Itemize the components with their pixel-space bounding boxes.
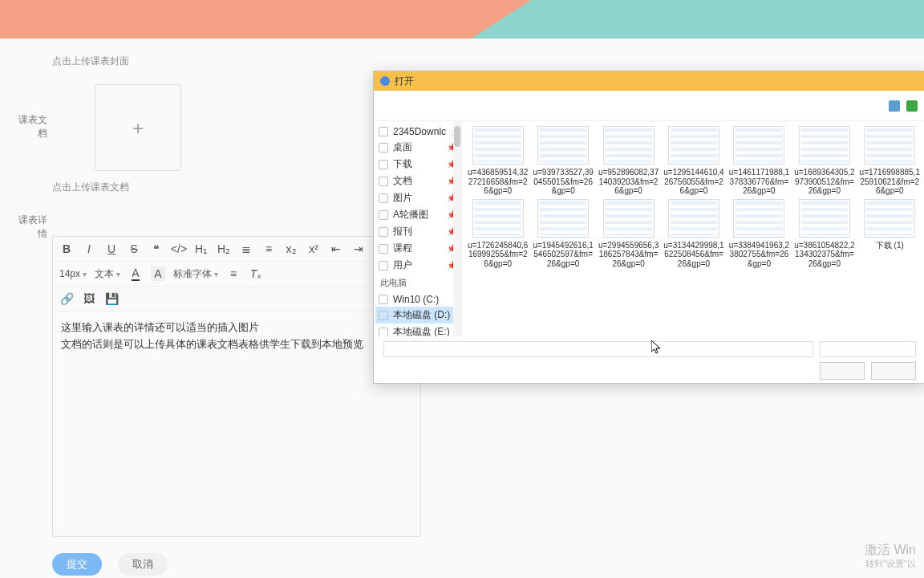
hint-upload-cover: 点击上传课表封面	[52, 55, 421, 68]
image-icon[interactable]: 🖼	[82, 291, 96, 306]
strike-icon[interactable]: S	[127, 242, 141, 256]
sidebar-quick-item[interactable]: 文档📌	[375, 173, 460, 189]
plus-icon: ＋	[128, 115, 148, 140]
ol-icon[interactable]: ≡	[261, 242, 276, 256]
file-tile[interactable]: u=1461171988,1378336776&fm=26&gp=0	[728, 126, 790, 196]
label-detail: 课表详情	[12, 214, 52, 241]
dialog-open-button[interactable]	[820, 362, 865, 380]
cancel-button[interactable]: 取消	[118, 553, 168, 576]
hint-upload-doc: 点击上传课表文档	[52, 181, 421, 194]
file-tile[interactable]: u=939733527,390455015&fm=26&gp=0	[532, 126, 594, 196]
bgcolor-icon[interactable]: A	[151, 267, 165, 281]
view-icon[interactable]	[889, 100, 900, 112]
fontfamily-select[interactable]: 标准字体	[173, 267, 218, 281]
file-tile[interactable]: u=436859514,3227216658&fm=26&gp=0	[467, 126, 529, 196]
watermark-main: 激活 Win	[865, 542, 916, 559]
sidebar-quick-item[interactable]: 下载📌	[375, 156, 460, 173]
dialog-cancel-button[interactable]	[871, 362, 916, 380]
sidebar-thispc-head: 此电脑	[375, 274, 460, 292]
file-tile[interactable]: u=1726245840,616999255&fm=26&gp=0	[467, 199, 529, 269]
watermark-sub: 转到"设置"以	[865, 558, 916, 570]
texttype-select[interactable]: 文本	[95, 267, 120, 281]
sidebar-scrollbar[interactable]	[453, 121, 461, 336]
file-tile[interactable]: u=1295144610,426756055&fm=26&gp=0	[663, 126, 724, 196]
file-tile[interactable]: u=1689364305,2973900512&fm=26&gp=0	[793, 126, 855, 196]
quote-icon[interactable]: ❝	[149, 242, 164, 256]
sidebar-quick-item[interactable]: 图片📌	[375, 189, 460, 206]
file-tile[interactable]: u=952896082,3714039203&fm=26&gp=0	[598, 126, 659, 196]
sidebar-quick-item[interactable]: 报刊📌	[375, 223, 460, 240]
refresh-icon[interactable]	[906, 100, 918, 112]
editor-line1: 这里输入课表的详情还可以适当的插入图片	[61, 320, 412, 336]
link-icon[interactable]: 🔗	[59, 291, 74, 306]
file-open-dialog: 打开 2345Downlc📌桌面📌下载📌文档📌图片📌A轮播图📌报刊📌课程📌用户📌…	[373, 71, 924, 384]
fontsize-select[interactable]: 14px	[59, 268, 87, 279]
rich-editor[interactable]: B I U S ❝ </> H₁ H₂ ≣ ≡ x₂ x² ⇤ ⇥ 14px 文…	[52, 236, 421, 537]
sidebar-quick-item[interactable]: 2345Downlc📌	[375, 124, 460, 139]
filename-input[interactable]	[383, 341, 813, 357]
dialog-title-text: 打开	[395, 75, 414, 88]
code-icon[interactable]: </>	[172, 242, 186, 256]
sidebar-drive-item[interactable]: 本地磁盘 (D:)	[375, 307, 460, 324]
italic-icon[interactable]: I	[82, 242, 96, 256]
dialog-titlebar: 打开	[374, 71, 924, 91]
file-tile[interactable]: u=3384941963,23802755&fm=26&gp=0	[728, 199, 790, 269]
fontcolor-icon[interactable]: A	[128, 267, 143, 281]
file-tile[interactable]: u=3861054822,2134302375&fm=26&gp=0	[793, 199, 855, 269]
filetype-select[interactable]	[820, 341, 916, 357]
save-icon[interactable]: 💾	[104, 291, 119, 306]
sidebar-quick-item[interactable]: 桌面📌	[375, 139, 460, 156]
align-icon[interactable]: ≡	[226, 267, 241, 281]
sidebar-quick-item[interactable]: A轮播图📌	[375, 206, 460, 223]
file-tile[interactable]: u=2994559656,3186257843&fm=26&gp=0	[598, 199, 659, 269]
file-tile[interactable]: u=1945492616,1546502597&fm=26&gp=0	[532, 199, 594, 269]
h2-icon[interactable]: H₂	[217, 242, 231, 256]
editor-content[interactable]: 这里输入课表的详情还可以适当的插入图片 文档的话则是可以上传具体的课表文档表格供…	[53, 311, 420, 536]
sidebar-drive-item[interactable]: Win10 (C:)	[375, 292, 460, 307]
dialog-app-icon	[380, 76, 390, 86]
file-tile[interactable]: u=3134429998,1622508456&fm=26&gp=0	[663, 199, 724, 269]
label-doc: 课表文档	[12, 113, 52, 140]
sup-icon[interactable]: x²	[306, 242, 321, 256]
dialog-sidebar: 2345Downlc📌桌面📌下载📌文档📌图片📌A轮播图📌报刊📌课程📌用户📌 此电…	[374, 121, 462, 336]
editor-line2: 文档的话则是可以上传具体的课表文档表格供学生下载到本地预览	[61, 336, 412, 353]
indent-icon[interactable]: ⇥	[351, 242, 366, 256]
sidebar-quick-item[interactable]: 用户📌	[375, 257, 460, 274]
clear-icon[interactable]: Tₓ	[249, 267, 263, 281]
underline-icon[interactable]: U	[104, 242, 119, 256]
file-tile[interactable]: u=1716998885,125910621&fm=26&gp=0	[859, 126, 921, 196]
ul-icon[interactable]: ≣	[239, 242, 253, 256]
sidebar-drive-item[interactable]: 本地磁盘 (E:)	[375, 324, 460, 336]
sub-icon[interactable]: x₂	[284, 242, 298, 256]
bold-icon[interactable]: B	[59, 242, 74, 256]
outdent-icon[interactable]: ⇤	[329, 242, 343, 256]
h1-icon[interactable]: H₁	[194, 242, 209, 256]
upload-doc-box[interactable]: ＋	[95, 84, 181, 171]
submit-button[interactable]: 提交	[52, 553, 102, 576]
sidebar-quick-item[interactable]: 课程📌	[375, 240, 460, 257]
file-grid: u=436859514,3227216658&fm=26&gp=0u=93973…	[462, 121, 924, 336]
file-tile[interactable]: 下载 (1)	[859, 199, 921, 269]
